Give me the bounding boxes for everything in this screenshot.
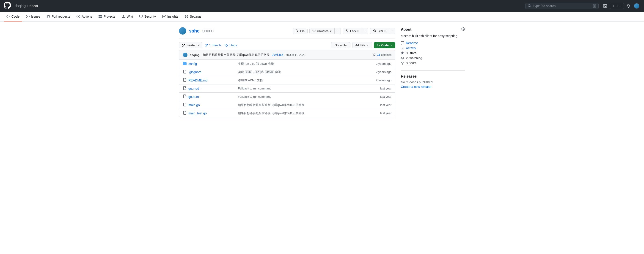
file-icon — [183, 103, 188, 107]
search-shortcut-kbd: / — [593, 4, 596, 8]
file-name: README.md — [188, 79, 234, 82]
branch-label: branch — [212, 43, 221, 47]
about-links: Readme Activity 0 stars 2 watching — [401, 41, 465, 65]
nav-item-code[interactable]: Code — [4, 12, 22, 21]
file-name-link[interactable]: main.go — [188, 103, 200, 107]
nav-item-issues[interactable]: Issues — [23, 12, 43, 21]
nav-item-insights[interactable]: Insights — [160, 12, 181, 21]
nav-issues-label: Issues — [31, 15, 40, 18]
file-row: go.sumFallback to run commandlast year — [179, 93, 395, 101]
nav-item-security[interactable]: Security — [136, 12, 158, 21]
nav-code-label: Code — [12, 15, 20, 18]
repo-visibility-badge: Public — [202, 29, 214, 33]
branch-selector-button[interactable]: master — [179, 42, 202, 48]
nav-item-settings[interactable]: Settings — [182, 12, 204, 21]
star-button[interactable]: Star 0 — [370, 28, 389, 34]
unwatch-count: 2 — [330, 29, 332, 33]
file-name-link[interactable]: config — [188, 62, 197, 66]
nav-actions-label: Actions — [82, 15, 92, 18]
branch-info: 1 branch 0 tags — [205, 43, 237, 47]
file-name-link[interactable]: go.sum — [188, 95, 199, 99]
file-name: .gitignore — [188, 70, 234, 74]
nav-item-actions[interactable]: Actions — [74, 12, 95, 21]
readme-link-label: Readme — [406, 41, 418, 45]
tag-count: 0 — [229, 43, 230, 47]
terminal-icon-button[interactable] — [602, 3, 608, 9]
file-time: last year — [364, 103, 392, 107]
go-to-file-button[interactable]: Go to file — [331, 42, 350, 48]
commit-date: on Jun 11, 2022 — [286, 53, 305, 57]
file-commit-message: 如果目标路径是当前路径, 获取pwd作为真正的路径 — [234, 111, 364, 115]
file-icon — [183, 70, 188, 74]
forks-label: forks — [410, 61, 416, 65]
branch-count-link[interactable]: 1 branch — [205, 43, 221, 47]
tag-count-link[interactable]: 0 tags — [224, 43, 237, 47]
search-bar[interactable]: Type / to search / — [525, 3, 598, 9]
star-count: 0 — [384, 29, 386, 33]
nav-security-label: Security — [144, 15, 156, 18]
releases-title: Releases — [401, 74, 465, 79]
unwatch-dropdown-button[interactable] — [334, 28, 340, 34]
file-name-link[interactable]: main_test.go — [188, 112, 207, 115]
fork-dropdown-button[interactable] — [362, 28, 368, 34]
file-commit-message: 添加README文档 — [234, 78, 364, 82]
search-icon — [528, 4, 531, 8]
fork-button[interactable]: Fork 0 — [343, 28, 362, 34]
stars-count: 0 — [406, 51, 408, 55]
fork-button-label: Fork — [350, 29, 356, 33]
file-row: main.go如果目标路径是当前路径, 获取pwd作为真正的路径last yea… — [179, 101, 395, 109]
file-icon — [183, 86, 188, 91]
github-logo-icon[interactable] — [4, 1, 11, 10]
breadcrumb-repo[interactable]: sshc — [30, 4, 38, 8]
file-name-link[interactable]: go.mod — [188, 87, 199, 90]
new-button[interactable]: + — [610, 3, 624, 9]
commit-count-link[interactable]: 15 — [377, 53, 380, 57]
code-button[interactable]: Code — [374, 42, 395, 48]
nav-item-wiki[interactable]: Wiki — [119, 12, 136, 21]
nav-item-prs[interactable]: Pull requests — [44, 12, 73, 21]
folder-icon — [183, 62, 188, 66]
commit-author-name[interactable]: daqing — [190, 53, 200, 57]
about-section: About custom built ssh client for easy s… — [401, 27, 465, 65]
create-release-link[interactable]: Create a new release — [401, 85, 431, 89]
code-button-label: Code — [381, 43, 389, 47]
forks-count: 0 — [406, 61, 408, 65]
tag-label: tags — [231, 43, 237, 47]
file-name: go.mod — [188, 87, 234, 90]
about-header: About — [401, 27, 465, 32]
file-table: daqing 如果目标路径是当前路径, 获取pwd作为真正的路径 299f363… — [179, 50, 395, 117]
repo-title[interactable]: sshc — [189, 28, 200, 34]
profile-icon-button[interactable] — [633, 2, 640, 10]
search-placeholder: Type / to search — [533, 4, 591, 8]
commit-hash-link[interactable]: 299f363 — [272, 53, 284, 57]
forks-stat: 0 forks — [401, 61, 465, 65]
file-row: config实现 run，cp 和 down 功能2 years ago — [179, 60, 395, 68]
nav-item-projects[interactable]: Projects — [96, 12, 118, 21]
stars-label: stars — [410, 51, 416, 55]
file-row: main_test.go如果目标路径是当前路径, 获取pwd作为真正的路径las… — [179, 109, 395, 117]
file-name: go.sum — [188, 95, 234, 99]
breadcrumb-user[interactable]: daqing — [15, 4, 26, 8]
pin-button[interactable]: Pin — [293, 28, 307, 34]
add-file-button[interactable]: Add file — [352, 42, 372, 48]
watching-stat: 2 watching — [401, 56, 465, 60]
about-gear-icon[interactable] — [461, 27, 465, 32]
file-time: 2 years ago — [364, 62, 392, 65]
star-dropdown-button[interactable] — [389, 28, 395, 34]
notifications-icon-button[interactable] — [626, 3, 631, 9]
file-name: config — [188, 62, 234, 66]
file-name-link[interactable]: README.md — [188, 79, 208, 82]
unwatch-button[interactable]: Unwatch 2 — [310, 28, 334, 34]
activity-link[interactable]: Activity — [401, 46, 465, 50]
file-icon — [183, 111, 188, 115]
file-commit-message: 实现 run，cp 和 down 功能 — [234, 70, 364, 74]
branch-count: 1 — [209, 43, 211, 47]
readme-link[interactable]: Readme — [401, 41, 465, 45]
sidebar: About custom built ssh client for easy s… — [401, 27, 465, 117]
file-rows-container: config实现 run，cp 和 down 功能2 years ago.git… — [179, 60, 395, 117]
file-name-link[interactable]: .gitignore — [188, 70, 202, 74]
file-row: go.modFallback to run commandlast year — [179, 84, 395, 93]
header-actions: + — [602, 2, 640, 10]
file-time: 2 years ago — [364, 70, 392, 74]
file-commit-message: Fallback to run command — [234, 95, 364, 98]
